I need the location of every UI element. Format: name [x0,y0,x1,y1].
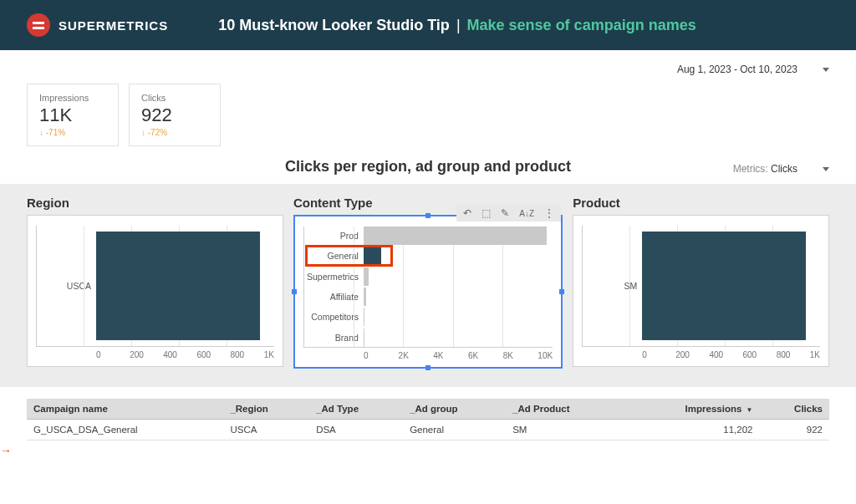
sort-desc-icon: ▼ [746,406,753,414]
brand-logo: SUPERMETRICS [27,13,168,37]
content-type-chart[interactable]: ↶ ⬚ ✎ A↓Z ⋮ Prod General Supermetrics Af… [293,215,563,369]
canvas-area: Aug 1, 2023 - Oct 10, 2023 Impressions 1… [0,50,856,176]
app-header: SUPERMETRICS 10 Must-know Looker Studio … [0,0,856,50]
region-chart[interactable]: USCA 02004006008001K [27,215,283,367]
x-axis: 02K4K6K8K10K [364,351,553,360]
cell-adgroup: General [403,420,506,440]
clicks-card[interactable]: Clicks 922 ↓ -72% [129,84,221,146]
chart-heading: Product [573,196,829,210]
bar-row: Brand [303,328,553,347]
scorecard-row: Impressions 11K ↓ -71% Clicks 922 ↓ -72% [27,84,829,146]
impressions-card[interactable]: Impressions 11K ↓ -71% [27,84,119,146]
bar-fill [642,232,806,340]
col-impressions[interactable]: Impressions ▼ [624,399,759,420]
title-separator: | [456,17,461,34]
product-chart-column: Product SM 02004006008001K [573,196,829,369]
card-delta: ↓ -72% [141,128,208,137]
card-value: 11K [39,104,106,126]
table-row[interactable]: G_USCA_DSA_General USCA DSA General SM 1… [27,420,829,440]
cell-region: USCA [223,420,309,440]
charts-row: Region USCA 02004006008001K Content Type [0,184,856,387]
region-chart-column: Region USCA 02004006008001K [27,196,283,369]
cell-impressions: 11,202 [624,420,759,440]
bar-fill [364,267,369,286]
x-axis: 02004006008001K [96,350,274,359]
card-value: 922 [141,104,208,126]
cell-adproduct: SM [506,420,624,440]
cell-clicks: 922 [759,420,829,440]
page-title: 10 Must-know Looker Studio Tip [218,17,450,34]
page-subtitle: Make sense of campaign names [467,17,696,34]
cell-name: G_USCA_DSA_General [27,420,223,440]
bar-fill [96,232,260,340]
bar-fill [364,247,381,265]
date-range-text: Aug 1, 2023 - Oct 10, 2023 [677,64,797,75]
bar-row: USCA [36,232,274,340]
chevron-down-icon [823,68,829,72]
bar-fill [364,308,364,326]
bar-row: General [303,247,553,265]
bar-row: Prod [303,227,553,245]
bar-row: Supermetrics [303,267,553,286]
bar-row: Affiliate [303,288,553,306]
card-label: Clicks [141,93,208,103]
content-chart-column: Content Type ↶ ⬚ ✎ A↓Z ⋮ Prod General Su… [293,196,563,369]
bar-row: Competitors [303,308,553,326]
col-adproduct[interactable]: _Ad Product [506,399,624,420]
data-table-section: → Campaign name _Region _Ad Type _Ad gro… [0,387,856,449]
campaign-table[interactable]: Campaign name _Region _Ad Type _Ad group… [27,399,829,440]
col-region[interactable]: _Region [223,399,309,420]
bar-fill [364,227,547,245]
card-delta: ↓ -71% [39,128,106,137]
col-adgroup[interactable]: _Ad group [403,399,506,420]
bar-label: SM [582,281,642,291]
col-campaign-name[interactable]: Campaign name [27,399,223,420]
bar-fill [364,288,366,306]
bar-label: USCA [36,281,96,291]
date-range-picker[interactable]: Aug 1, 2023 - Oct 10, 2023 [27,59,829,84]
chart-heading: Region [27,196,283,210]
product-chart[interactable]: SM 02004006008001K [573,215,829,367]
brand-name: SUPERMETRICS [59,18,168,33]
col-clicks[interactable]: Clicks [759,399,829,420]
metric-value: Clicks [771,163,797,175]
col-adtype[interactable]: _Ad Type [309,399,403,420]
section-title: Clicks per region, ad group and product [27,158,829,176]
arrow-annotation: → [0,444,12,457]
bar-row: SM [582,232,820,340]
metric-label: Metrics: [733,163,768,175]
chevron-down-icon [823,167,829,171]
x-axis: 02004006008001K [642,350,820,359]
logo-icon [27,13,50,37]
card-label: Impressions [39,93,106,103]
cell-adtype: DSA [309,420,403,440]
